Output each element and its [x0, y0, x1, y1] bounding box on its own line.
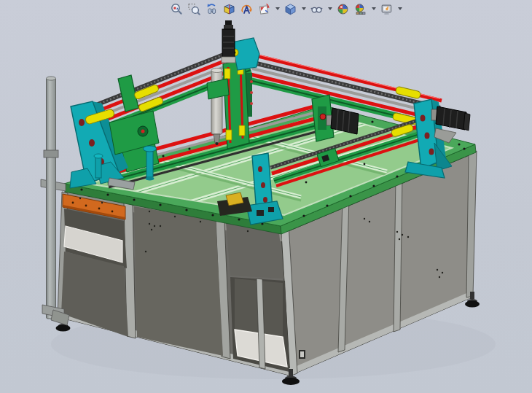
- zoom-to-area-icon: [188, 3, 200, 15]
- view-orientation-button[interactable]: [257, 1, 272, 16]
- annotation-views-button[interactable]: [239, 1, 254, 16]
- edit-appearance-button[interactable]: [335, 1, 351, 16]
- previous-view-button[interactable]: [204, 1, 219, 16]
- edit-appearance-icon: [337, 3, 349, 15]
- zoom-to-fit-button[interactable]: [169, 1, 184, 16]
- cad-graphics-area[interactable]: [0, 0, 532, 393]
- hide-show-items-dropdown-arrow-icon[interactable]: [326, 1, 333, 16]
- apply-scene-dropdown-arrow-icon[interactable]: [370, 1, 377, 16]
- zoom-to-area-button[interactable]: [187, 1, 202, 16]
- open-bay[interactable]: [230, 277, 289, 372]
- zoom-to-fit-icon: [171, 3, 183, 15]
- tray-compartment[interactable]: [61, 194, 128, 337]
- display-style-icon: [284, 3, 297, 15]
- hide-show-items-icon: [310, 3, 323, 15]
- heads-up-view-toolbar: [169, 1, 403, 17]
- view-settings-icon: [380, 3, 393, 15]
- display-style-dropdown-arrow-icon[interactable]: [300, 1, 307, 16]
- view-orientation-icon: [258, 3, 270, 15]
- view-settings-dropdown-arrow-icon[interactable]: [396, 1, 403, 16]
- section-view-icon: [223, 3, 235, 15]
- apply-scene-button[interactable]: [353, 1, 368, 16]
- view-settings-button[interactable]: [379, 1, 394, 16]
- apply-scene-icon: [354, 3, 367, 15]
- annotation-views-icon: [240, 3, 253, 15]
- cad-model-cnc-gantry-machine[interactable]: [0, 0, 532, 393]
- section-view-button[interactable]: [222, 1, 237, 16]
- display-style-button[interactable]: [283, 1, 298, 16]
- previous-view-icon: [206, 3, 218, 15]
- z-motor: [222, 20, 235, 63]
- hide-show-items-button[interactable]: [309, 1, 324, 16]
- view-orientation-dropdown-arrow-icon[interactable]: [274, 1, 281, 16]
